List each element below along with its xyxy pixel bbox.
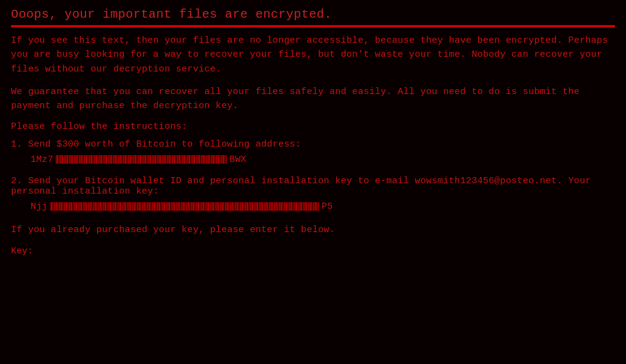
bitcoin-address: 1Mz7BWX [31,155,615,165]
step1-label: 1. Send $300 worth of Bitcoin to followi… [11,139,615,150]
title: Ooops, your important files are encrypte… [11,7,615,21]
step2-label: 2. Send your Bitcoin wallet ID and perso… [11,176,615,197]
paragraph-2: We guarantee that you can recover all yo… [11,85,615,114]
footer-text: If you already purchased your key, pleas… [11,223,615,237]
personal-key: NjjP5 [31,202,615,212]
bitcoin-suffix: BWX [229,155,246,165]
key-suffix: P5 [322,202,333,212]
red-divider [11,25,615,27]
bitcoin-prefix: 1Mz7 [31,155,53,165]
key-noise [50,202,319,211]
bitcoin-noise [56,155,227,164]
paragraph-1: If you see this text, then your files ar… [11,34,615,76]
ransomware-screen: Ooops, your important files are encrypte… [0,0,626,364]
key-prompt-label: Key: [11,246,33,257]
instruction-header: Please follow the instructions: [11,122,615,132]
footer-section: If you already purchased your key, pleas… [11,223,615,256]
key-prefix: Njj [31,202,48,212]
key-prompt-line: Key: [11,246,615,257]
